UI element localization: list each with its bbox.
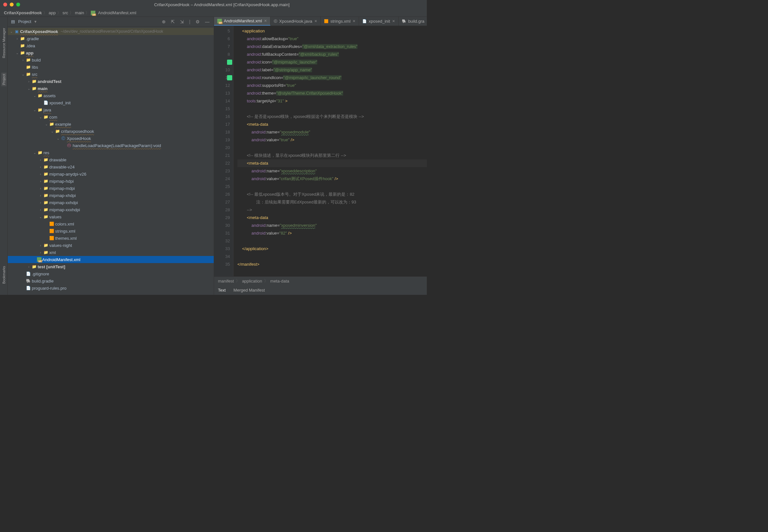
tree-root[interactable]: ⌄▣CrifanXposedHook~/dev/dev_root/android… [8,28,214,35]
tree-node[interactable]: ›📁.gradle [8,35,214,42]
editor-tab[interactable]: 🟧strings.xml✕ [321,17,359,26]
tree-node[interactable]: ⌄📁values [8,213,214,220]
tree-node[interactable]: ›📁androidTest [8,78,214,85]
window-dot[interactable] [16,3,20,6]
editor-area: AndroidManifest.xml✕ⒸXposedHook.java✕🟧st… [214,17,427,295]
window-controls[interactable] [3,3,20,6]
breadcrumb-item[interactable]: src [63,10,68,15]
editor-tab[interactable]: 🐘build.gra✕ [399,17,427,26]
close-tab-icon[interactable]: ✕ [353,19,355,23]
close-tab-icon[interactable]: ✕ [392,19,395,23]
breadcrumb-item[interactable]: CrifanXposedHook [4,10,42,15]
file-icon: 📁 [31,79,37,84]
project-tree[interactable]: ⌄▣CrifanXposedHook~/dev/dev_root/android… [8,27,214,295]
file-icon: 📁 [43,214,49,219]
expand-icon[interactable]: ⇱ [170,19,176,24]
tool-bookmarks[interactable]: Bookmarks [1,265,6,285]
tree-node[interactable]: ›📁test [unitTest] [8,263,214,270]
tool-project[interactable]: Project [1,73,6,86]
file-icon: 📁 [19,51,25,55]
project-view-dropdown-icon[interactable]: ▾ [34,19,37,24]
editor-tab[interactable]: 📄xposed_init✕ [359,17,399,26]
breadcrumbs[interactable]: CrifanXposedHook〉app〉src〉main〉AndroidMan… [0,9,427,17]
editor-mode-tab[interactable]: Merged Manifest [234,288,265,293]
tree-node[interactable]: ›📁build [8,56,214,64]
tree-node[interactable]: 🐘build.gradle [8,277,214,284]
hide-icon[interactable]: — [204,19,211,24]
file-icon: 📄 [25,272,31,276]
window-dot[interactable] [10,3,14,6]
xml-breadcrumb[interactable]: manifest〉application〉meta-data [214,277,427,285]
tree-node[interactable]: ⓜhandleLoadPackage(LoadPackageParam):voi… [8,142,214,149]
xml-crumb[interactable]: meta-data [270,279,289,283]
tree-node[interactable]: ›📁mipmap-hdpi [8,178,214,185]
xml-crumb[interactable]: manifest [218,279,234,283]
file-icon: 🟧 [49,236,54,240]
tree-node[interactable]: ›📁mipmap-xxhdpi [8,199,214,206]
tree-node[interactable]: 📄.gitignore [8,270,214,277]
file-icon: 📁 [37,150,43,155]
tree-node[interactable]: ⌄📁example [8,121,214,128]
tree-node[interactable]: 🟧strings.xml [8,227,214,235]
file-icon: 📁 [19,36,25,41]
close-tab-icon[interactable]: ✕ [264,19,267,23]
breadcrumb-item[interactable]: main [75,10,84,15]
tree-node[interactable]: 📄proguard-rules.pro [8,284,214,292]
gutter-android-icon[interactable] [227,60,232,65]
tree-node[interactable]: ›📁values-night [8,242,214,249]
tree-node[interactable]: ⌄📁res [8,149,214,156]
code-content[interactable]: <application android:allowBackup="true" … [234,26,427,276]
tree-node[interactable]: ›📁mipmap-xxxhdpi [8,206,214,213]
tree-node[interactable]: 📁.idea [8,42,214,49]
tree-node[interactable]: AndroidManifest.xml [8,256,214,263]
collapse-icon[interactable]: ⇲ [179,19,185,24]
tree-node[interactable]: ›📁drawable-v24 [8,163,214,170]
gutter: 5678910111213141516171819202122232425262… [214,26,234,276]
file-icon: 📁 [43,165,49,169]
tree-node[interactable]: ⌄📁crifanxposedhook [8,128,214,135]
gutter-android-icon[interactable] [227,75,232,80]
project-view-label[interactable]: Project [18,19,31,24]
project-header: ▤ Project ▾ ⊕ ⇱ ⇲ | ⚙ — [8,17,214,27]
file-icon: 📁 [43,179,49,183]
breadcrumb-item[interactable]: app [49,10,56,15]
tree-node[interactable]: ⌄ⒸXposedHook [8,135,214,142]
xml-crumb[interactable]: application [242,279,262,283]
file-icon: 📁 [49,122,54,126]
window-dot[interactable] [3,3,7,6]
locate-icon[interactable]: ⊕ [161,19,167,24]
close-tab-icon[interactable]: ✕ [426,19,427,23]
editor-tab[interactable]: ⒸXposedHook.java✕ [271,17,321,26]
file-icon: 🟧 [49,222,54,226]
tree-node[interactable]: ›📁xml [8,249,214,256]
file-icon: 📁 [43,243,49,248]
tree-node[interactable]: ⌄📁main [8,85,214,92]
tree-node[interactable]: ›📁mipmap-anydpi-v26 [8,170,214,178]
tree-node[interactable]: ›📁drawable [8,156,214,163]
tool-resource-manager[interactable]: Resource Manager [1,27,6,60]
tree-node[interactable]: ›📁mipmap-xhdpi [8,192,214,199]
tree-node[interactable]: ⌄📁assets [8,92,214,99]
gear-icon[interactable]: ⚙ [195,19,201,24]
tree-node[interactable]: 🟧colors.xml [8,220,214,227]
editor-tabs[interactable]: AndroidManifest.xml✕ⒸXposedHook.java✕🟧st… [214,17,427,26]
editor-mode-tab[interactable]: Text [218,288,226,293]
file-icon: Ⓒ [60,136,66,141]
code-editor[interactable]: 5678910111213141516171819202122232425262… [214,26,427,276]
file-icon: 📁 [43,207,49,212]
tree-node[interactable]: 🟧themes.xml [8,235,214,242]
tree-node[interactable]: 📄xposed_init [8,99,214,106]
tree-node[interactable]: ⌄📁java [8,106,214,113]
close-tab-icon[interactable]: ✕ [314,19,317,23]
tree-node[interactable]: ⌄📁app [8,49,214,56]
file-icon: 📁 [25,72,31,76]
editor-mode-tabs[interactable]: TextMerged Manifest [214,285,427,295]
file-icon: 📁 [43,115,49,119]
file-icon: 📄 [25,286,31,290]
tree-node[interactable]: 📁libs [8,64,214,71]
tree-node[interactable]: ⌄📁com [8,113,214,121]
tree-node[interactable]: ›📁mipmap-mdpi [8,185,214,192]
breadcrumb-item[interactable]: AndroidManifest.xml [98,10,136,15]
tree-node[interactable]: ⌄📁src [8,71,214,78]
editor-tab[interactable]: AndroidManifest.xml✕ [214,17,271,26]
